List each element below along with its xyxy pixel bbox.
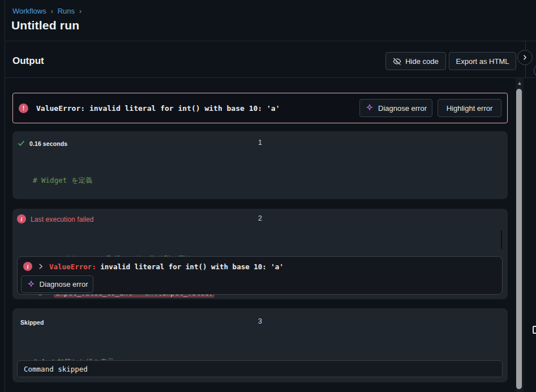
output-header-divider	[5, 77, 536, 78]
command-skipped-label: Command skipped	[24, 365, 88, 373]
workflow-run-output-page: Workflows › Runs › Untitled run Output H…	[0, 0, 536, 392]
error-info-icon: i	[23, 262, 32, 271]
export-html-button[interactable]: Export as HTML	[449, 52, 516, 70]
diagnose-error-label: Diagnose error	[378, 104, 427, 113]
error-exclamation-icon: !	[19, 104, 28, 113]
export-html-label: Export as HTML	[456, 57, 509, 66]
command-skipped-box: Command skipped	[17, 360, 503, 377]
error-output-box: i ValueError: invalid literal for int() …	[17, 256, 503, 295]
clipped-circle-button[interactable]	[534, 64, 536, 77]
error-type: ValueError:	[49, 262, 96, 271]
scrollbar-thumb[interactable]	[516, 89, 522, 389]
highlight-error-label: Highlight error	[447, 104, 493, 113]
scrollbar-up-arrow-icon[interactable]: ▲	[516, 80, 523, 87]
expand-chevron-icon[interactable]	[37, 263, 44, 270]
diagnose-error-button[interactable]: Diagnose error	[359, 99, 432, 117]
diagnose-error-label: Diagnose error	[40, 280, 88, 288]
notebook-cell-3: Skipped 3 # 1 を加算した値を表示 print(input_valu…	[12, 308, 508, 382]
error-banner-message: ValueError: invalid literal for int() wi…	[36, 104, 280, 113]
panel-left-border	[5, 0, 5, 392]
sparkle-icon	[365, 104, 374, 113]
breadcrumb-separator: ›	[79, 7, 82, 15]
hide-code-button[interactable]: Hide code	[385, 52, 446, 70]
breadcrumb-workflows-link[interactable]: Workflows	[12, 7, 46, 15]
breadcrumb-runs-link[interactable]: Runs	[58, 7, 75, 15]
breadcrumb-separator: ›	[51, 7, 53, 15]
error-detail: invalid literal for int() with base 10: …	[96, 262, 284, 271]
notebook-cell-2: i Last execution failed 2 1# Widget から取得…	[12, 209, 508, 299]
output-section-title: Output	[12, 55, 44, 67]
cell-number: 2	[12, 214, 508, 222]
eye-off-icon	[393, 57, 401, 66]
diagnose-error-button-cell[interactable]: Diagnose error	[21, 275, 93, 293]
code-line: # Widget を定義	[33, 175, 237, 186]
cell-number: 3	[12, 317, 508, 325]
cell-error-message: ValueError: invalid literal for int() wi…	[49, 262, 284, 271]
highlight-error-button[interactable]: Highlight error	[438, 99, 501, 117]
error-banner: ! ValueError: invalid literal for int() …	[12, 93, 508, 123]
code-comment: # Widget を定義	[33, 176, 93, 184]
clipped-edge-button[interactable]	[533, 326, 536, 334]
hide-code-label: Hide code	[405, 57, 439, 66]
cell-number: 1	[12, 139, 508, 147]
notebook-cell-1: 0.16 seconds 1 # Widget を定義 dbutils.widg…	[12, 131, 508, 199]
sparkle-icon	[27, 280, 36, 289]
code-scrollbar[interactable]	[501, 230, 502, 249]
breadcrumb: Workflows › Runs ›	[12, 7, 82, 15]
chevron-right-icon	[522, 54, 528, 61]
expand-panel-button[interactable]	[517, 50, 533, 65]
header-divider	[5, 41, 536, 41]
page-title: Untitled run	[11, 19, 79, 32]
